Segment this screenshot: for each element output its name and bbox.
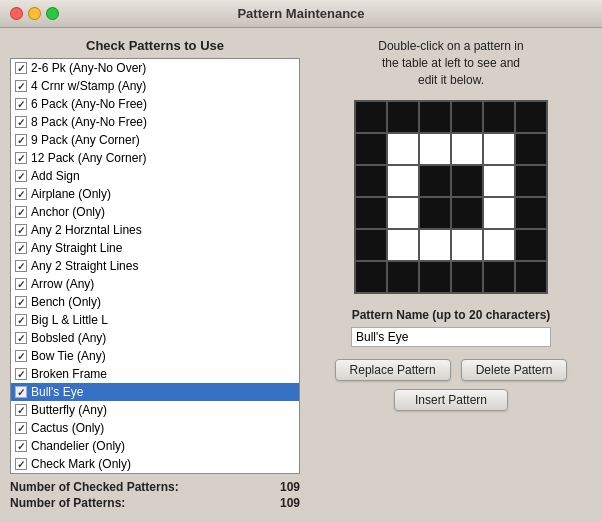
list-item-checkbox[interactable] <box>15 260 27 272</box>
grid-cell[interactable] <box>419 197 451 229</box>
grid-cell[interactable] <box>387 165 419 197</box>
list-item[interactable]: Any Straight Line <box>11 239 299 257</box>
list-item-checkbox[interactable] <box>15 332 27 344</box>
pattern-list-scroll[interactable]: 2-6 Pk (Any-No Over)4 Crnr w/Stamp (Any)… <box>11 59 299 473</box>
list-item-checkbox[interactable] <box>15 314 27 326</box>
stats-area: Number of Checked Patterns: 109 Number o… <box>10 480 300 512</box>
grid-cell[interactable] <box>483 197 515 229</box>
list-item-checkbox[interactable] <box>15 278 27 290</box>
list-item-checkbox[interactable] <box>15 62 27 74</box>
list-item-checkbox[interactable] <box>15 206 27 218</box>
grid-cell[interactable] <box>355 197 387 229</box>
list-item[interactable]: Broken Frame <box>11 365 299 383</box>
list-item-checkbox[interactable] <box>15 98 27 110</box>
list-item-label: Any 2 Straight Lines <box>31 259 138 273</box>
grid-cell[interactable] <box>387 197 419 229</box>
list-item-checkbox[interactable] <box>15 422 27 434</box>
list-item[interactable]: Bull's Eye <box>11 383 299 401</box>
grid-cell[interactable] <box>419 165 451 197</box>
pattern-grid[interactable] <box>354 100 548 294</box>
list-item-label: Any 2 Horzntal Lines <box>31 223 142 237</box>
minimize-button[interactable] <box>28 7 41 20</box>
list-item[interactable]: Arrow (Any) <box>11 275 299 293</box>
grid-cell[interactable] <box>419 133 451 165</box>
grid-cell[interactable] <box>515 101 547 133</box>
list-item[interactable]: Add Sign <box>11 167 299 185</box>
grid-cell[interactable] <box>451 101 483 133</box>
list-item[interactable]: Chandelier (Only) <box>11 437 299 455</box>
grid-cell[interactable] <box>515 165 547 197</box>
list-item[interactable]: Butterfly (Any) <box>11 401 299 419</box>
list-item-label: 12 Pack (Any Corner) <box>31 151 146 165</box>
list-item-label: Broken Frame <box>31 367 107 381</box>
list-item-label: Chandelier (Only) <box>31 439 125 453</box>
list-item[interactable]: Check Mark (Only) <box>11 455 299 473</box>
pattern-name-input[interactable] <box>351 327 551 347</box>
grid-cell[interactable] <box>355 101 387 133</box>
list-item-checkbox[interactable] <box>15 440 27 452</box>
grid-cell[interactable] <box>451 165 483 197</box>
grid-cell[interactable] <box>451 229 483 261</box>
list-item-checkbox[interactable] <box>15 134 27 146</box>
maximize-button[interactable] <box>46 7 59 20</box>
grid-cell[interactable] <box>355 165 387 197</box>
list-item[interactable]: 4 Crnr w/Stamp (Any) <box>11 77 299 95</box>
list-item[interactable]: Bobsled (Any) <box>11 329 299 347</box>
list-item-checkbox[interactable] <box>15 116 27 128</box>
list-item-checkbox[interactable] <box>15 458 27 470</box>
grid-cell[interactable] <box>419 261 451 293</box>
grid-cell[interactable] <box>355 133 387 165</box>
grid-cell[interactable] <box>483 133 515 165</box>
list-item-checkbox[interactable] <box>15 386 27 398</box>
grid-cell[interactable] <box>419 101 451 133</box>
list-item[interactable]: Bench (Only) <box>11 293 299 311</box>
grid-cell[interactable] <box>387 261 419 293</box>
grid-cell[interactable] <box>483 165 515 197</box>
list-item-checkbox[interactable] <box>15 404 27 416</box>
list-item-checkbox[interactable] <box>15 350 27 362</box>
title-bar: Pattern Maintenance <box>0 0 602 28</box>
list-item-checkbox[interactable] <box>15 188 27 200</box>
list-item[interactable]: Airplane (Only) <box>11 185 299 203</box>
list-item[interactable]: Bow Tie (Any) <box>11 347 299 365</box>
grid-cell[interactable] <box>515 197 547 229</box>
list-item[interactable]: Any 2 Straight Lines <box>11 257 299 275</box>
grid-cell[interactable] <box>387 101 419 133</box>
list-item[interactable]: Cactus (Only) <box>11 419 299 437</box>
list-item-checkbox[interactable] <box>15 152 27 164</box>
list-item[interactable]: 9 Pack (Any Corner) <box>11 131 299 149</box>
grid-cell[interactable] <box>387 133 419 165</box>
list-item-label: Big L & Little L <box>31 313 108 327</box>
insert-pattern-button[interactable]: Insert Pattern <box>394 389 508 411</box>
grid-cell[interactable] <box>355 229 387 261</box>
grid-cell[interactable] <box>483 261 515 293</box>
list-item-checkbox[interactable] <box>15 242 27 254</box>
list-item[interactable]: 12 Pack (Any Corner) <box>11 149 299 167</box>
list-item[interactable]: 6 Pack (Any-No Free) <box>11 95 299 113</box>
list-item-label: Bull's Eye <box>31 385 83 399</box>
grid-cell[interactable] <box>483 101 515 133</box>
list-item[interactable]: Big L & Little L <box>11 311 299 329</box>
grid-cell[interactable] <box>515 229 547 261</box>
list-item[interactable]: Anchor (Only) <box>11 203 299 221</box>
list-item-checkbox[interactable] <box>15 296 27 308</box>
grid-cell[interactable] <box>419 229 451 261</box>
close-button[interactable] <box>10 7 23 20</box>
grid-cell[interactable] <box>515 261 547 293</box>
list-item-checkbox[interactable] <box>15 170 27 182</box>
list-item[interactable]: Any 2 Horzntal Lines <box>11 221 299 239</box>
list-item[interactable]: 8 Pack (Any-No Free) <box>11 113 299 131</box>
grid-cell[interactable] <box>483 229 515 261</box>
grid-cell[interactable] <box>451 197 483 229</box>
replace-pattern-button[interactable]: Replace Pattern <box>335 359 451 381</box>
grid-cell[interactable] <box>451 133 483 165</box>
grid-cell[interactable] <box>515 133 547 165</box>
grid-cell[interactable] <box>355 261 387 293</box>
list-item-checkbox[interactable] <box>15 80 27 92</box>
list-item-checkbox[interactable] <box>15 368 27 380</box>
grid-cell[interactable] <box>387 229 419 261</box>
list-item-checkbox[interactable] <box>15 224 27 236</box>
delete-pattern-button[interactable]: Delete Pattern <box>461 359 568 381</box>
list-item[interactable]: 2-6 Pk (Any-No Over) <box>11 59 299 77</box>
grid-cell[interactable] <box>451 261 483 293</box>
